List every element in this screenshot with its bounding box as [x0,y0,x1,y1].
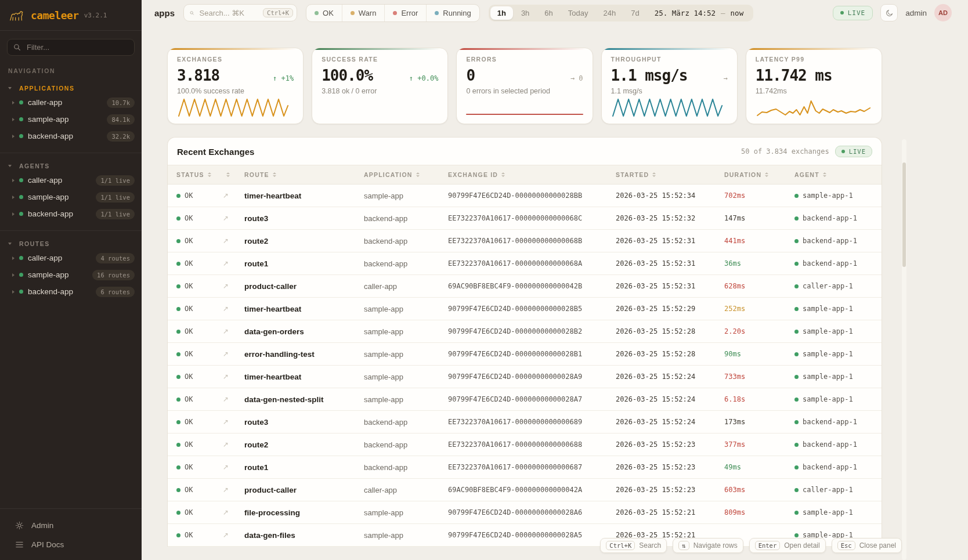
sidebar-filter[interactable] [7,39,135,56]
scrollbar-thumb[interactable] [902,162,906,267]
table-row[interactable]: OK ↗ data-gen-nested-split sample-app 90… [168,388,882,411]
status-filter-label: Warn [359,9,377,17]
table-row[interactable]: OK ↗ route3 backend-app EE7322370A10617-… [168,411,882,433]
table-row[interactable]: OK ↗ route2 backend-app EE7322370A10617-… [168,433,882,456]
column-header[interactable]: APPLICATION [364,171,448,178]
sidebar-item-admin[interactable]: Admin [0,516,142,535]
route-cell: route1 [244,463,364,472]
stat-value: 100.0% [322,67,373,84]
open-exchange-link[interactable]: ↗ [223,192,244,200]
sidebar-item-route[interactable]: backend-app 6 routes [0,283,142,300]
status-filter[interactable]: OK [306,5,342,21]
time-range-button[interactable]: 3h [514,6,536,20]
open-exchange-link[interactable]: ↗ [223,531,244,539]
open-exchange-link[interactable]: ↗ [223,305,244,313]
open-exchange-link[interactable]: ↗ [223,373,244,381]
table-row[interactable]: OK ↗ timer-heartbeat sample-app 90799F47… [168,185,882,207]
time-range-button[interactable]: 24h [597,6,623,20]
time-range-button[interactable]: Today [561,6,595,20]
exchange-id-cell: EE7322370A10617-0000000000000687 [448,463,616,471]
applications-section-header[interactable]: APPLICATIONS [0,82,142,94]
live-badge[interactable]: LIVE [833,6,873,20]
sidebar-item-api-docs[interactable]: API Docs [0,535,142,554]
column-header[interactable] [223,172,244,177]
stat-value: 3.818 [177,67,219,84]
table-row[interactable]: OK ↗ product-caller caller-app 69AC90BF8… [168,275,882,298]
agent-status-dot [794,194,799,198]
agent-status-dot [794,284,799,288]
sidebar-item-agent[interactable]: backend-app 1/1 live [0,205,142,222]
status-dot [315,11,319,15]
open-exchange-link[interactable]: ↗ [223,486,244,494]
open-exchange-link[interactable]: ↗ [223,418,244,426]
open-exchange-link[interactable]: ↗ [223,282,244,290]
status-filter[interactable]: Running [426,5,479,21]
open-exchange-link[interactable]: ↗ [223,214,244,222]
status-cell: OK [176,508,223,516]
agent-cell: sample-app-1 [794,350,873,358]
table-row[interactable]: OK ↗ error-handling-test sample-app 9079… [168,343,882,366]
sidebar-item-application[interactable]: sample-app 84.1k [0,111,142,128]
agent-status-dot [794,330,799,334]
column-header[interactable]: ROUTE [244,171,364,178]
table-row[interactable]: OK ↗ route3 backend-app EE7322370A10617-… [168,207,882,230]
open-exchange-link[interactable]: ↗ [223,440,244,449]
column-header[interactable]: AGENT [794,171,873,178]
route-cell: route3 [244,418,364,427]
date-range[interactable]: 25. März 14:52 — now [648,9,752,17]
theme-toggle-button[interactable] [880,4,898,21]
stat-card-success-rate[interactable]: SUCCESS RATE 100.0% ↑ +0.0% 3.818 ok / 0… [312,48,448,124]
table-row[interactable]: OK ↗ timer-heartbeat sample-app 90799F47… [168,366,882,388]
shortcut-hint: ⇅ Navigate rows [673,538,743,553]
agents-section-header[interactable]: AGENTS [0,160,142,172]
open-exchange-link[interactable]: ↗ [223,327,244,335]
routes-section-header[interactable]: ROUTES [0,238,142,250]
column-header[interactable]: EXCHANGE ID [448,171,616,178]
table-row[interactable]: OK ↗ route1 backend-app EE7322370A10617-… [168,252,882,275]
search-input[interactable] [198,8,259,18]
filter-input[interactable] [26,42,128,52]
stat-subtext: 0 errors in selected period [466,87,583,95]
table-row[interactable]: OK ↗ file-processing sample-app 90799F47… [168,501,882,524]
status-text: OK [185,440,193,449]
sidebar-item-application[interactable]: caller-app 10.7k [0,94,142,111]
avatar[interactable]: AD [934,4,952,21]
sidebar-item-route[interactable]: sample-app 16 routes [0,266,142,283]
status-filter[interactable]: Error [384,5,426,21]
open-exchange-link[interactable]: ↗ [223,395,244,403]
route-cell: data-gen-nested-split [244,395,364,404]
stat-card-throughput[interactable]: THROUGHPUT 1.1 msg/s → 1.1 msg/s [601,48,738,124]
column-header[interactable]: DURATION [724,171,794,178]
agent-status-dot [794,262,799,266]
status-dot [176,375,180,379]
status-filter[interactable]: Warn [342,5,385,21]
time-range-button[interactable]: 7d [624,6,646,20]
table-row[interactable]: OK ↗ product-caller caller-app 69AC90BF8… [168,479,882,501]
sidebar-item-agent[interactable]: caller-app 1/1 live [0,172,142,189]
table-row[interactable]: OK ↗ route1 backend-app EE7322370A10617-… [168,456,882,479]
stat-card-exchanges[interactable]: EXCHANGES 3.818 ↑ +1% 100.0% success rat… [167,48,304,124]
table-row[interactable]: OK ↗ data-gen-orders sample-app 90799F47… [168,320,882,343]
time-range-button[interactable]: 1h [490,6,513,20]
table-row[interactable]: OK ↗ timer-heartbeat sample-app 90799F47… [168,298,882,320]
scrollbar[interactable] [902,139,906,560]
app-logo[interactable]: cameleer v3.2.1 [0,0,142,31]
stat-card-latency[interactable]: LATENCY P99 11.742 ms 11.742ms [746,48,882,124]
open-exchange-link[interactable]: ↗ [223,237,244,245]
time-range-button[interactable]: 6h [537,6,559,20]
open-exchange-link[interactable]: ↗ [223,259,244,268]
sidebar-item-route[interactable]: caller-app 4 routes [0,250,142,266]
global-search[interactable]: Ctrl+K [183,4,297,21]
status-cell: OK [176,259,223,268]
table-live-badge[interactable]: LIVE [835,146,872,157]
sidebar-item-agent[interactable]: sample-app 1/1 live [0,189,142,205]
sidebar-item-application[interactable]: backend-app 32.2k [0,128,142,144]
count-badge: 10.7k [107,97,135,108]
open-exchange-link[interactable]: ↗ [223,350,244,358]
column-header[interactable]: STATUS [176,171,223,178]
stat-card-errors[interactable]: ERRORS 0 → 0 0 errors in selected period [456,48,593,124]
open-exchange-link[interactable]: ↗ [223,508,244,516]
open-exchange-link[interactable]: ↗ [223,463,244,471]
column-header[interactable]: STARTED [616,171,724,178]
table-row[interactable]: OK ↗ route2 backend-app EE7322370A10617-… [168,230,882,252]
